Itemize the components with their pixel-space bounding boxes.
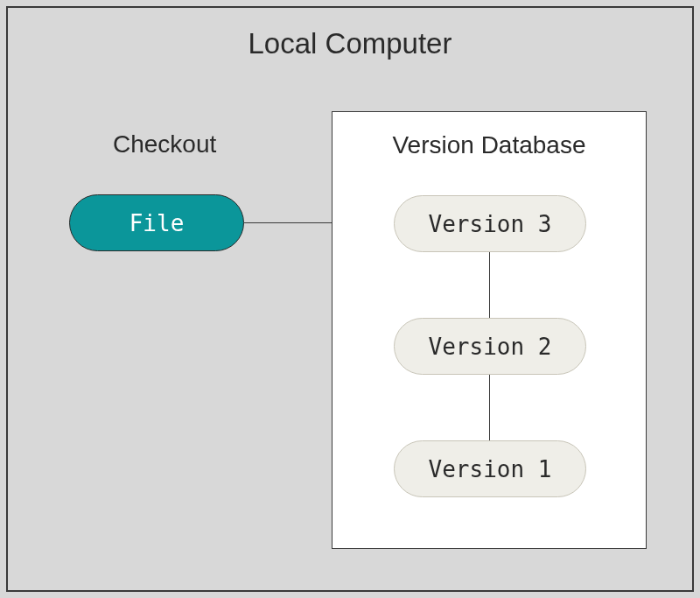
version3-to-version2-connector (489, 252, 490, 318)
version-database-title: Version Database (332, 131, 646, 159)
version-1-node: Version 1 (394, 440, 586, 497)
file-node: File (69, 194, 244, 251)
diagram-title: Local Computer (8, 27, 692, 60)
version-2-label: Version 2 (429, 334, 552, 360)
version-database-box: Version Database Version 3 Version 2 Ver… (332, 111, 647, 549)
local-computer-box: Local Computer Checkout File Version Dat… (6, 6, 694, 592)
file-node-label: File (130, 210, 185, 236)
version-3-label: Version 3 (429, 211, 552, 237)
version-1-label: Version 1 (429, 456, 552, 482)
version2-to-version1-connector (489, 375, 490, 440)
checkout-label: Checkout (113, 130, 216, 158)
version-3-node: Version 3 (394, 195, 586, 252)
version-2-node: Version 2 (394, 318, 586, 375)
